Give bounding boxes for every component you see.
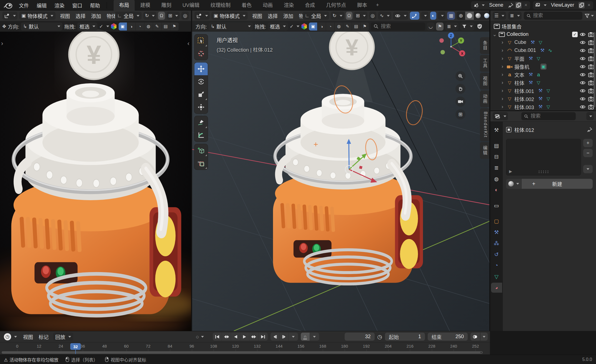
scale-tool[interactable] xyxy=(194,88,208,101)
weight-paint-mode-button[interactable]: ◍ xyxy=(335,22,343,31)
pivot-point-dropdown[interactable]: ↻ xyxy=(143,12,156,20)
weight-paint-mode-button[interactable]: ◍ xyxy=(144,22,153,31)
play-button[interactable] xyxy=(240,333,249,341)
categories-dropdown[interactable]: ≣ xyxy=(445,22,458,31)
properties-tab[interactable] xyxy=(491,125,502,135)
pose-mode-button[interactable]: ⚑ xyxy=(360,22,369,31)
hide-eye-icon[interactable] xyxy=(579,39,586,46)
check-icon[interactable]: ✓ xyxy=(290,24,294,29)
proportional-edit-toggle[interactable]: ◎ xyxy=(369,12,377,20)
xray-toggle[interactable]: ▦ xyxy=(447,12,455,20)
sidebar-tab[interactable]: 动画 xyxy=(480,91,489,107)
ratings-dropdown[interactable]: ◡ xyxy=(427,22,434,31)
object-name[interactable]: 柱体.002 xyxy=(514,95,536,102)
properties-tab[interactable] xyxy=(491,227,502,237)
playhead[interactable]: 32 xyxy=(70,343,81,350)
viewlayer-selector[interactable]: ViewLayer × xyxy=(533,1,593,9)
current-frame-field[interactable]: 32 xyxy=(345,333,375,341)
viewport-menu-item[interactable]: 选择 xyxy=(265,11,281,20)
cursor-tool[interactable] xyxy=(194,47,208,60)
blender-logo-icon[interactable] xyxy=(3,2,13,9)
search-input[interactable] xyxy=(381,24,422,29)
navigation-gizmo[interactable]: Z Y X xyxy=(434,29,468,63)
tool-orientation-dropdown[interactable]: ↳ 默认 xyxy=(21,22,62,31)
outliner-item[interactable]: › 平面 ⚒ xyxy=(490,54,596,62)
prev-keyframe-button[interactable] xyxy=(222,333,231,341)
display-mode-dropdown[interactable]: ≣ xyxy=(508,12,521,20)
properties-tab[interactable] xyxy=(491,216,502,226)
properties-tab[interactable] xyxy=(491,238,502,248)
hide-eye-icon[interactable] xyxy=(579,31,586,37)
object-name[interactable]: 平面 xyxy=(514,55,526,62)
remove-slot-button[interactable]: − xyxy=(583,149,593,157)
check-icon[interactable]: ✓ xyxy=(99,24,103,29)
properties-tab[interactable] xyxy=(491,249,502,259)
overlays-toggle[interactable]: ◐ xyxy=(430,12,436,20)
expand-arrow-icon[interactable]: › xyxy=(500,39,505,45)
browse-material-dropdown[interactable] xyxy=(506,179,522,189)
material-slot-list[interactable]: ▶ xyxy=(506,139,581,175)
workspace-tab[interactable]: UV编辑 xyxy=(177,0,205,11)
scene-collection-name[interactable]: 场景集合 xyxy=(502,23,523,30)
properties-collapse-menu[interactable] xyxy=(586,112,594,120)
collection-name[interactable]: Collection xyxy=(507,31,530,37)
annotate-tool[interactable] xyxy=(194,116,208,129)
drag-mode-dropdown[interactable]: 框选 xyxy=(268,22,288,31)
outliner-editor-dropdown[interactable]: ☰ xyxy=(493,12,506,20)
sculpt-mode-button[interactable]: ◑ xyxy=(317,22,326,31)
viewport-main[interactable]: ▣ 物体模式 视图选择添加物体 ∟ 全局 ↻ Ω ⊞ xyxy=(192,11,490,331)
transform-orientation-dropdown[interactable]: ∟ 全局 xyxy=(303,12,329,20)
transform-orientation-dropdown[interactable]: ∟ 全局 xyxy=(115,12,142,20)
properties-tab[interactable] xyxy=(491,283,502,293)
pin-id-button[interactable] xyxy=(587,127,593,133)
sculpt-mode-button[interactable]: ◑ xyxy=(127,22,136,31)
mode-dropdown[interactable]: ▣ 物体模式 xyxy=(19,12,56,20)
rendered-shading-button[interactable] xyxy=(482,12,489,20)
timeline-ruler[interactable]: 0122436486072849610812013214415616818019… xyxy=(0,342,490,355)
hide-eye-icon[interactable] xyxy=(579,56,586,62)
collection-row[interactable]: ⌄ Collection ✓ xyxy=(490,30,596,38)
properties-tab[interactable] xyxy=(491,185,502,195)
breadcrumb-object-name[interactable]: 柱体.012 xyxy=(514,126,534,133)
playback-menu[interactable]: 回放 xyxy=(53,333,73,341)
expand-arrow-icon[interactable]: ▶ xyxy=(509,169,512,174)
properties-tab[interactable] xyxy=(491,174,502,184)
menu-item[interactable]: 帮助 xyxy=(86,1,104,10)
hide-eye-icon[interactable] xyxy=(579,88,586,94)
viewport-menu-item[interactable]: 视图 xyxy=(57,11,73,20)
material-shading-button[interactable] xyxy=(474,12,482,20)
timeline-menu-item[interactable]: 视图 xyxy=(20,332,36,341)
move-tool[interactable] xyxy=(194,62,208,75)
object-name[interactable]: Cube.001 xyxy=(514,47,538,53)
menu-item[interactable]: 编辑 xyxy=(33,1,51,10)
properties-editor-dropdown[interactable] xyxy=(493,112,508,120)
new-viewlayer-copy-icon[interactable] xyxy=(579,2,585,8)
hide-eye-icon[interactable] xyxy=(579,64,586,70)
unlink-scene-icon[interactable]: × xyxy=(523,2,529,8)
object-name[interactable]: 文本 xyxy=(514,71,526,78)
outliner-search-input[interactable] xyxy=(533,13,580,19)
outliner-search[interactable] xyxy=(524,12,583,20)
workspace-tab[interactable]: 雕刻 xyxy=(156,0,177,11)
expand-arrow-icon[interactable]: › xyxy=(500,72,505,77)
expand-arrow-icon[interactable]: › xyxy=(500,47,505,53)
gradient-sphere-icon[interactable] xyxy=(301,23,307,30)
properties-tab[interactable] xyxy=(491,200,502,210)
viewport-menu-item[interactable]: 视图 xyxy=(249,11,265,20)
expand-arrow-icon[interactable]: › xyxy=(500,56,505,61)
bookmark-button[interactable]: ⚑ xyxy=(436,22,444,31)
scene-collection-row[interactable]: 场景集合 xyxy=(490,22,596,30)
snap-settings-dropdown[interactable]: ⊞ xyxy=(167,12,180,20)
remove-viewlayer-icon[interactable]: × xyxy=(586,2,592,8)
rotate-tool[interactable] xyxy=(194,75,208,88)
properties-tab[interactable] xyxy=(491,140,502,150)
workspace-tab[interactable]: 建模 xyxy=(135,0,156,11)
hide-eye-icon[interactable] xyxy=(579,72,586,78)
frame-forward-button[interactable] xyxy=(280,333,289,341)
properties-tab[interactable] xyxy=(491,152,502,162)
transform-tool[interactable] xyxy=(194,101,208,114)
outliner-filter-dropdown[interactable] xyxy=(585,13,594,18)
sidebar-tab[interactable]: 工具 xyxy=(480,55,489,72)
outliner-item[interactable]: › Cube.001 ⚒ xyxy=(490,46,596,54)
outliner-item[interactable]: › 柱体.001 ⚒ xyxy=(490,87,596,95)
